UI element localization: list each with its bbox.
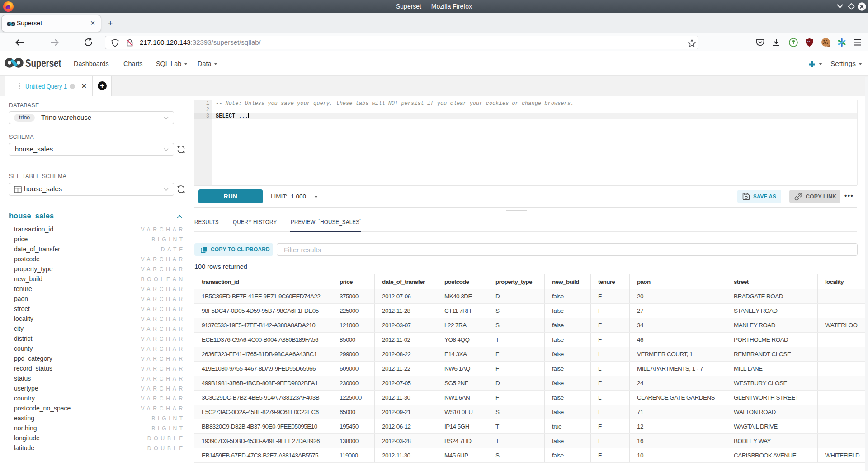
svg-text:UO: UO xyxy=(807,40,811,43)
